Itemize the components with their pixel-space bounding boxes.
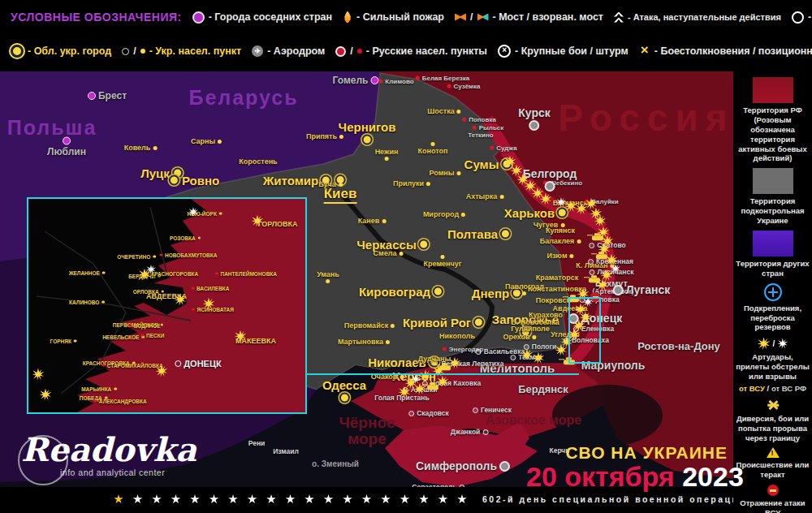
ukr-region-city-icon (11, 45, 24, 58)
attack-icon (614, 12, 624, 23)
strike-rf-icon (777, 338, 788, 349)
ru-town-dot-icon (357, 49, 362, 54)
legend-ukr-city: - Обл. укр. город (11, 45, 111, 58)
airfield-icon: ✈ (252, 45, 263, 57)
reinforcement-icon (764, 283, 782, 301)
territory-other-swatch (753, 231, 793, 256)
bridge-icon (455, 14, 466, 21)
clash-icon (639, 45, 650, 57)
incident-icon (767, 447, 780, 458)
legend-title: УСЛОВНЫЕ ОБОЗНАЧЕНИЯ: (11, 11, 182, 24)
star-icon (304, 494, 314, 504)
stars-row (114, 494, 467, 504)
star-icon (457, 494, 467, 504)
legend-ukr-town: /- Укр. насел. пункт (122, 45, 241, 57)
big-battle-icon (498, 45, 511, 58)
legend-airfield: ✈- Аэродром (252, 45, 325, 57)
legend-row-1: УСЛОВНЫЕ ОБОЗНАЧЕНИЯ: - Города соседних … (0, 0, 812, 34)
star-icon (266, 494, 276, 504)
star-icon (381, 494, 391, 504)
repel-attack-icon (767, 485, 779, 496)
star-icon (171, 494, 181, 504)
legend-fire: - Сильный пожар (343, 11, 444, 24)
blockade-icon (792, 11, 804, 24)
legend-repel: Отражение атаки ВСУ (735, 485, 811, 513)
star-icon (324, 494, 334, 504)
strike-attribution: от ВСУ / от ВС РФ (735, 384, 811, 394)
sabotage-icon (767, 399, 780, 412)
logo-ring (18, 435, 68, 485)
readovka-logo: Readovka info and analytical center (21, 433, 197, 477)
legend-top-bar: УСЛОВНЫЕ ОБОЗНАЧЕНИЯ: - Города соседних … (0, 0, 812, 71)
ru-city-icon (335, 46, 346, 57)
ukr-town-ring-icon (122, 48, 129, 55)
inset-connector-line (307, 373, 579, 375)
star-icon (114, 494, 123, 504)
fire-icon (343, 11, 352, 24)
star-icon (343, 494, 352, 504)
legend-ru-towns: /- Русские насел. пункты (335, 45, 487, 57)
territory-ua-swatch (753, 168, 793, 194)
legend-territory-ua: Территория подконтрольная Украине (735, 168, 811, 226)
legend-attack: - Атака, наступательные действия (614, 12, 781, 23)
legend-sabotage: Диверсия, бои или попытка прорыва через … (735, 399, 811, 443)
operation-date: 20 октября 2023 (526, 463, 728, 491)
strike-vsu-icon (758, 337, 771, 350)
star-icon (248, 494, 257, 504)
star-icon (190, 494, 200, 504)
legend-big-battle: - Крупные бои / штурм (498, 45, 628, 58)
legend-bridge: /- Мост / взорван. мост (455, 11, 603, 23)
legend-territory-other: Территория других стран (735, 231, 811, 278)
inset-source-frame (568, 297, 601, 364)
legend-artillery: / Артудары, прилеты обстрелы или взрывы … (735, 337, 811, 394)
operation-title: СВО НА УКРАИНЕ (526, 443, 728, 463)
star-icon (438, 494, 448, 504)
operation-day-counter: 602-й день специальной военной операции (482, 494, 746, 504)
territory-rf-swatch (753, 77, 793, 103)
donetsk-inset-map (27, 197, 307, 414)
star-icon (400, 494, 410, 504)
star-icon (133, 494, 143, 504)
star-icon (286, 494, 296, 504)
star-icon (209, 494, 219, 504)
legend-blockade: - Блокада (792, 11, 812, 24)
star-icon (362, 494, 372, 504)
legend-incident: Происшествие или теракт (735, 447, 811, 480)
star-icon (152, 494, 162, 504)
neighbor-city-icon (192, 11, 205, 24)
legend-neighbor-cities: - Города соседних стран (192, 11, 332, 24)
inset-active-territory (77, 199, 305, 412)
legend-row-2: - Обл. укр. город /- Укр. насел. пункт ✈… (0, 34, 812, 68)
blown-bridge-icon (477, 14, 489, 21)
brand-tagline: info and analytical center (60, 468, 197, 477)
star-icon (228, 494, 238, 504)
legend-clash: - Боестолкновения / позиционные бои (639, 45, 812, 57)
date-block: СВО НА УКРАИНЕ 20 октября 2023 (526, 443, 728, 491)
star-icon (419, 494, 429, 504)
legend-territory-rf: Территория РФ (Розовым обозначена террит… (735, 77, 811, 163)
legend-sidebar: Территория РФ (Розовым обозначена террит… (733, 71, 812, 513)
ukr-town-dot-icon (140, 49, 145, 54)
inset-territories (28, 199, 305, 412)
legend-reinforcement: Подкрепления, переброска резервов (735, 283, 811, 333)
map-infographic: ПольшаБеларусьРоссияЧёрное мореАзовское … (0, 0, 812, 513)
